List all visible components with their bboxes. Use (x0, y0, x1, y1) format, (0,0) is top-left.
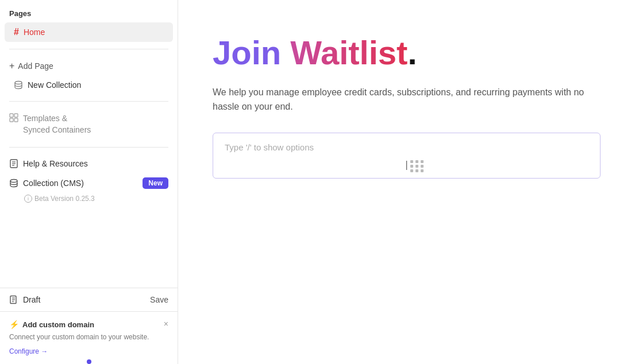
hero-dot: . (407, 34, 417, 71)
custom-domain-desc: Connect your custom domain to your websi… (9, 332, 168, 342)
lightning-icon: ⚡ (9, 320, 19, 329)
close-button[interactable]: × (164, 320, 168, 328)
add-page-row[interactable]: + Add Page (0, 56, 178, 76)
grid-dot (415, 160, 418, 163)
grid-dot (421, 160, 424, 163)
templates-row[interactable]: Templates &Synced Containers (0, 109, 178, 140)
collection-icon (9, 179, 18, 188)
grid-dot (415, 165, 418, 168)
collection-row-left: Collection (CMS) (9, 179, 84, 188)
grid-dot (410, 169, 413, 172)
svg-rect-4 (14, 118, 18, 122)
add-page-label: Add Page (18, 61, 53, 71)
new-badge[interactable]: New (143, 177, 168, 189)
beta-version-label: Beta Version 0.25.3 (34, 195, 95, 203)
home-label: Home (24, 28, 45, 37)
svg-rect-2 (14, 114, 18, 117)
custom-domain-card: ⚡ Add custom domain × Connect your custo… (0, 312, 178, 364)
scroll-indicator (87, 359, 91, 364)
hero-join: Join (213, 34, 290, 71)
custom-domain-title: Add custom domain (22, 320, 94, 329)
templates-label: Templates &Synced Containers (23, 113, 91, 135)
draft-row: Draft Save (0, 288, 178, 312)
new-collection-label: New Collection (28, 80, 81, 90)
svg-rect-1 (10, 114, 13, 117)
collection-cms-label: Collection (CMS) (23, 179, 84, 188)
draft-icon (9, 295, 18, 304)
custom-domain-header: ⚡ Add custom domain (9, 320, 168, 329)
book-icon (9, 159, 18, 168)
svg-point-0 (15, 82, 22, 84)
grid-dot (410, 165, 413, 168)
svg-rect-3 (10, 118, 13, 122)
grid-dot (415, 169, 418, 172)
draft-label: Draft (23, 295, 40, 304)
hero-title: Join Waitlist. (213, 34, 601, 71)
collection-cms-row[interactable]: Collection (CMS) New (0, 173, 178, 193)
draft-left: Draft (9, 295, 40, 304)
type-input-area[interactable]: Type '/' to show options | (213, 133, 601, 179)
help-resources-row[interactable]: Help & Resources (0, 154, 178, 173)
grid-dot (410, 160, 413, 163)
hero-waitlist: Waitlist (290, 34, 407, 71)
configure-link[interactable]: Configure → (9, 347, 48, 355)
cylinder-icon (14, 80, 23, 90)
sidebar-item-new-collection[interactable]: New Collection (5, 76, 173, 94)
info-icon: i (24, 195, 32, 203)
svg-point-9 (10, 180, 17, 183)
hero-subtitle: We help you manage employee credit cards… (213, 85, 601, 114)
pages-section-label: Pages (0, 9, 178, 22)
grid-dot (421, 169, 424, 172)
divider-1 (9, 49, 168, 49)
cursor-bar: | (404, 159, 410, 170)
main-content: Join Waitlist. We help you manage employ… (178, 0, 635, 364)
type-input-placeholder: Type '/' to show options (225, 142, 314, 152)
sidebar: Pages # Home + Add Page New Collection (0, 0, 178, 364)
divider-3 (9, 147, 168, 148)
beta-version-row: i Beta Version 0.25.3 (0, 193, 178, 207)
hash-icon: # (14, 27, 19, 37)
divider-2 (9, 101, 168, 102)
save-button[interactable]: Save (150, 295, 168, 304)
plus-icon: + (9, 61, 14, 71)
sidebar-bottom: Draft Save ⚡ Add custom domain × Connect… (0, 288, 178, 364)
grid-dot (421, 165, 424, 168)
help-resources-label: Help & Resources (23, 159, 88, 168)
sidebar-item-home[interactable]: # Home (5, 22, 173, 42)
sidebar-content: Pages # Home + Add Page New Collection (0, 0, 178, 288)
grid-icon (9, 113, 18, 122)
